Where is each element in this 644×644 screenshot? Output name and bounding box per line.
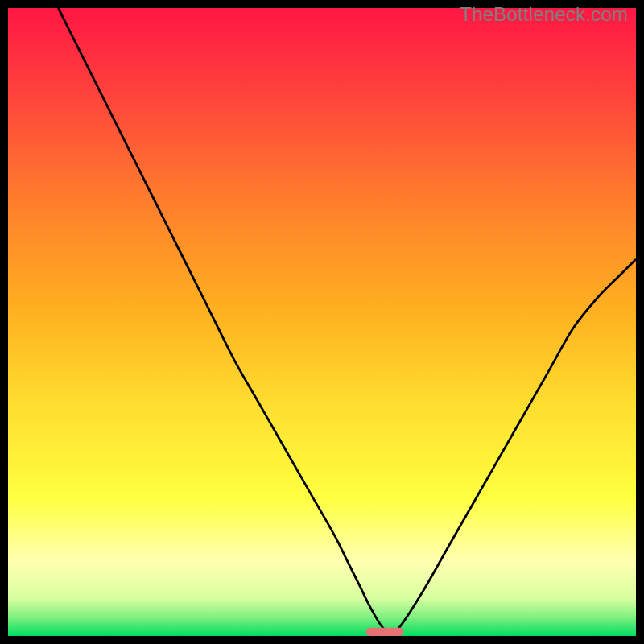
optimal-marker <box>366 628 404 636</box>
background-gradient <box>8 8 636 636</box>
watermark-text: TheBottleneck.com <box>460 3 628 26</box>
bottleneck-chart <box>8 8 636 636</box>
